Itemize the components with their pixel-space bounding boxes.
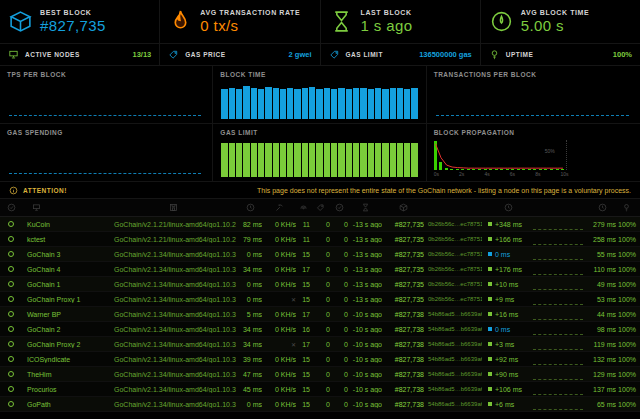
col-latency[interactable] [238,203,262,212]
node-uptime: 100% [616,296,640,303]
col-block-number[interactable] [382,203,424,212]
propagation-time: +92 ms [495,356,518,363]
node-row[interactable]: GoChain 1 GoChain/v2.1.34/linux-amd64/go… [0,277,640,292]
col-uncles[interactable] [330,203,348,212]
node-propagation-history [528,219,588,230]
node-uncles: 0 [330,326,348,333]
chart-title: BLOCK TIME [220,71,418,78]
tag-icon [329,49,340,60]
cube-icon [8,9,33,34]
node-row[interactable]: GoPath GoChain/v2.1.34/linux-amd64/go1.1… [0,397,640,412]
col-avg-propagation[interactable] [588,203,616,212]
node-status [0,296,22,302]
node-row[interactable]: GoChain 4 GoChain/v2.1.34/linux-amd64/go… [0,262,640,277]
propagation-x-tick: 10s [561,171,569,177]
node-uptime: 100% [616,401,640,408]
node-propagation: +16 ms [482,311,528,318]
active-nodes-value: 13/13 [132,50,151,59]
avg-block-time-label: AVG BLOCK TIME [521,9,590,16]
top-stats-bar: BEST BLOCK #827,735 AVG TRANSACTION RATE… [0,0,640,44]
node-peers: 15 [296,281,310,288]
propagation-sparkline [533,343,583,350]
node-row[interactable]: ICOSyndicate GoChain/v2.1.34/linux-amd64… [0,352,640,367]
node-uptime: 100% [616,371,640,378]
node-propagation-history [528,384,588,395]
node-block-hash: 0b26b56c…ec787515 [424,266,482,272]
node-latency: 79 ms [238,236,262,243]
charts-grid: TPS PER BLOCK BLOCK TIME TRANSACTIONS PE… [0,66,640,182]
node-status [0,311,22,317]
node-uptime: 100% [616,326,640,333]
node-block-hash: 0b26b56c…ec787515 [424,221,482,227]
node-type: GoChain/v2.1.34/linux-amd64/go1.10.3 [114,326,238,333]
node-uptime: 100% [616,251,640,258]
propagation-dot [488,342,492,346]
node-propagation: +106 ms [482,386,528,393]
node-avg-propagation: 110 ms [588,266,616,273]
node-block-hash: 54b86ad5…b6639a67 [424,386,482,392]
node-status-icon [8,311,14,317]
chart-tps-per-block: TPS PER BLOCK [0,66,213,124]
node-last-block: -13 s ago [348,236,382,243]
node-pending: 0 [310,386,330,393]
node-pending: 0 [310,341,330,348]
node-block-hash: 54b86ad5…b6639a67 [424,311,482,317]
node-pending: 0 [310,281,330,288]
node-avg-propagation: 132 ms [588,356,616,363]
propagation-x-tick: 6s [510,171,515,177]
node-hashrate: ✕ [262,341,296,348]
propagation-time: +166 ms [495,236,522,243]
col-uptime[interactable] [616,203,640,212]
propagation-x-tick: 2s [459,171,464,177]
node-name: GoChain 4 [22,266,114,273]
node-uptime: 100% [616,266,640,273]
node-row[interactable]: GoChain Proxy 2 GoChain/v2.1.34/linux-am… [0,337,640,352]
node-peers: 17 [296,266,310,273]
propagation-sparkline [533,223,583,230]
node-uptime: 100% [616,221,640,228]
node-latency: 5 ms [238,311,262,318]
node-status [0,251,22,257]
tag-icon [168,49,179,60]
block-propagation-plot [434,140,567,170]
col-pending[interactable] [310,203,330,212]
node-row[interactable]: TheHim GoChain/v2.1.34/linux-amd64/go1.1… [0,367,640,382]
attention-bar: ATTENTION! This page does not represent … [0,182,640,199]
node-uptime: 100% [616,386,640,393]
chart-title: GAS SPENDING [7,129,205,136]
propagation-x-ticks: 0s2s4s6s8s10s [434,171,569,177]
node-propagation: +90 ms [482,371,528,378]
col-node-name[interactable] [22,203,114,212]
propagation-time: +3 ms [495,341,514,348]
avg-block-time-value: 5.00 s [521,17,590,34]
node-propagation-history [528,339,588,350]
node-row[interactable]: GoChain 2 GoChain/v2.1.34/linux-amd64/go… [0,322,640,337]
col-status[interactable] [0,203,22,212]
node-row[interactable]: Procurios GoChain/v2.1.34/linux-amd64/go… [0,382,640,397]
node-peers: 15 [296,386,310,393]
node-row[interactable]: KuCoin GoChain/v2.1.21/linux-amd64/go1.1… [0,217,640,232]
node-block-hash: 0b26b56c…ec787515 [424,236,482,242]
col-peers[interactable] [296,203,310,212]
propagation-x-tick: 4s [484,171,489,177]
propagation-sparkline [533,328,583,335]
stat-uptime: UPTIME 100% [481,44,640,66]
node-propagation: +9 ms [482,296,528,303]
node-block-number: #827,735 [382,266,424,273]
col-last-block[interactable] [348,203,382,212]
node-row[interactable]: GoChain Proxy 1 GoChain/v2.1.34/linux-am… [0,292,640,307]
col-mining[interactable] [262,203,296,212]
col-propagation-time[interactable] [482,203,528,212]
avg-tx-rate-value: 0 tx/s [200,17,300,34]
node-hashrate: 0 KH/s [262,401,296,408]
node-row[interactable]: kctest GoChain/v2.1.21/linux-amd64/go1.1… [0,232,640,247]
node-row[interactable]: GoChain 3 GoChain/v2.1.34/linux-amd64/go… [0,247,640,262]
propagation-sparkline [533,238,583,245]
node-latency: 34 ms [238,266,262,273]
propagation-sparkline [533,358,583,365]
col-node-type[interactable] [114,203,238,212]
node-row[interactable]: Warner BP GoChain/v2.1.34/linux-amd64/go… [0,307,640,322]
node-propagation: 0 ms [482,326,528,333]
nodes-table-header [0,199,640,217]
node-peers: 15 [296,356,310,363]
